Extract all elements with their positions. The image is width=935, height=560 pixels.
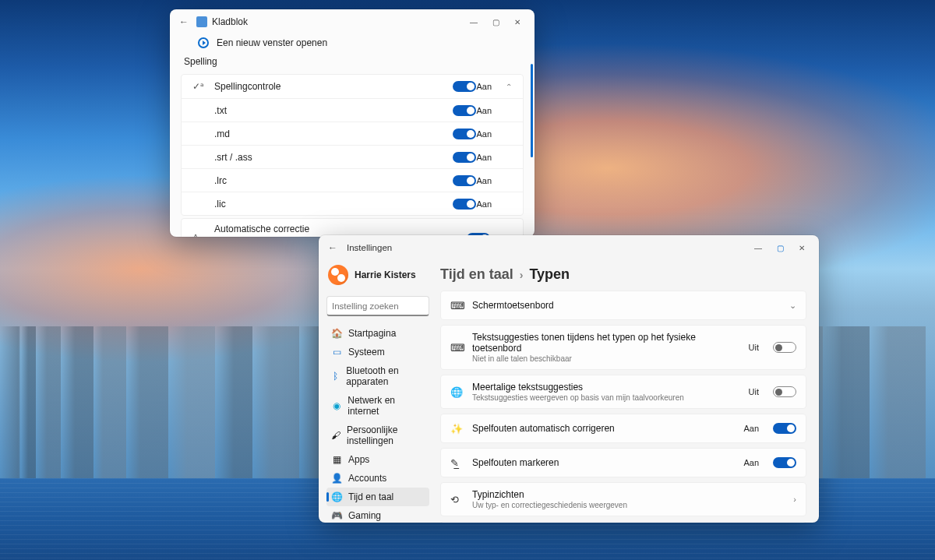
system-icon: ▭ [331, 347, 342, 357]
chevron-down-icon: ⌄ [789, 301, 796, 311]
notepad-app-icon [196, 16, 207, 27]
search-box[interactable]: 🔍 [326, 296, 429, 316]
spelling-section-label: Spelling [170, 51, 535, 72]
user-profile[interactable]: Harrie Kisters [326, 263, 429, 291]
advanced-row[interactable]: ⚙ Geavanceerde toetsenbordinstellingen › [440, 521, 806, 523]
nav-home[interactable]: 🏠Startpagina [326, 324, 429, 343]
txt-toggle[interactable] [453, 105, 476, 116]
lic-state: Aan [476, 199, 492, 209]
globe-small-icon: 🌐 [450, 386, 463, 398]
autocorrect-setting-state: Aan [743, 424, 759, 433]
insights-row[interactable]: ⟲ Typinzichten Uw typ- en correctiegesch… [440, 482, 806, 516]
md-row: .md Aan ⌄ [182, 122, 523, 145]
text-suggestions-toggle[interactable] [773, 342, 796, 353]
notepad-settings-window: ← Kladblok — ▢ ✕ Een nieuw venster opene… [170, 9, 535, 237]
autocorrect-label: Automatische correctie [214, 224, 467, 234]
txt-row: .txt Aan ⌄ [182, 98, 523, 122]
txt-state: Aan [476, 106, 492, 115]
nav-system[interactable]: ▭Systeem [326, 343, 429, 361]
highlight-title: Spelfouten markeren [472, 457, 734, 468]
open-new-window-label: Een nieuw venster openen [217, 37, 327, 48]
home-icon: 🏠 [331, 328, 342, 339]
breadcrumb: Tijd en taal › Typen [440, 266, 806, 283]
scrollbar-thumb[interactable] [531, 64, 533, 157]
touch-keyboard-label: Schermtoetsenbord [472, 300, 780, 311]
autocorrect-setting-toggle[interactable] [773, 423, 796, 434]
autocorrect-setting-row[interactable]: ✨ Spelfouten automatisch corrigeren Aan [440, 414, 806, 443]
keyboard-icon: ⌨ [450, 300, 463, 312]
spelling-card: ✓ᵃ Spellingcontrole Aan ⌃ .txt Aan ⌄ .md… [181, 74, 524, 216]
minimize-button[interactable]: — [463, 11, 485, 33]
settings-sidebar: Harrie Kisters 🔍 🏠Startpagina ▭Systeem ᛒ… [319, 260, 434, 523]
keyboard-small-icon: ⌨ [450, 342, 463, 354]
highlight-toggle[interactable] [773, 457, 796, 468]
settings-titlebar: ← Instellingen — ▢ ✕ [319, 235, 819, 260]
close-button[interactable]: ✕ [506, 11, 528, 33]
text-suggestions-sub: Niet in alle talen beschikbaar [472, 354, 739, 363]
spellcheck-toggle[interactable] [453, 81, 476, 92]
insights-sub: Uw typ- en correctiegeschiedenis weergev… [472, 501, 784, 509]
nav-time-language[interactable]: 🌐Tijd en taal [326, 488, 429, 506]
multilingual-toggle[interactable] [773, 386, 796, 397]
lrc-label: .lrc [214, 175, 453, 186]
autocorrect-icon: Aᵢ [192, 233, 205, 237]
spellcheck-label: Spellingcontrole [214, 81, 453, 92]
notepad-titlebar: ← Kladblok — ▢ ✕ [170, 9, 535, 34]
notepad-title: Kladblok [212, 16, 463, 27]
text-suggestions-row[interactable]: ⌨ Tekstsuggesties tonen tijdens het type… [440, 325, 806, 370]
nav-bluetooth[interactable]: ᛒBluetooth en apparaten [326, 361, 429, 391]
settings-title: Instellingen [347, 243, 747, 252]
chevron-right-icon: › [520, 269, 524, 281]
text-suggestions-title: Tekstsuggesties tonen tijdens het typen … [472, 332, 739, 354]
nav-accounts[interactable]: 👤Accounts [326, 469, 429, 488]
play-circle-icon [198, 37, 209, 48]
lrc-toggle[interactable] [453, 175, 476, 186]
srt-toggle[interactable] [453, 152, 476, 163]
spellcheck-row[interactable]: ✓ᵃ Spellingcontrole Aan ⌃ [182, 75, 523, 98]
wand-icon: ✨ [450, 423, 463, 435]
text-suggestions-state: Uit [749, 343, 759, 352]
srt-label: .srt / .ass [214, 152, 453, 163]
nav-apps[interactable]: ▦Apps [326, 450, 429, 469]
breadcrumb-parent[interactable]: Tijd en taal [440, 266, 513, 283]
autocorrect-setting-title: Spelfouten automatisch corrigeren [472, 423, 734, 434]
chevron-up-icon[interactable]: ⌃ [506, 83, 512, 91]
spellcheck-state: Aan [476, 82, 492, 91]
open-new-window-row[interactable]: Een nieuw venster openen [170, 34, 535, 51]
settings-maximize-button[interactable]: ▢ [769, 237, 791, 259]
insights-title: Typinzichten [472, 489, 784, 500]
nav-network[interactable]: ◉Netwerk en internet [326, 391, 429, 421]
settings-minimize-button[interactable]: — [747, 237, 769, 259]
md-state: Aan [476, 129, 492, 139]
avatar [328, 265, 348, 285]
nav-personalization[interactable]: 🖌Persoonlijke instellingen [326, 421, 429, 450]
lrc-row: .lrc Aan ⌄ [182, 168, 523, 192]
autocorrect-card: Aᵢ Automatische correctie Typfouten word… [181, 218, 524, 237]
multilingual-title: Meertalige tekstsuggesties [472, 382, 739, 393]
search-input[interactable] [332, 301, 446, 311]
brush-icon: 🖌 [331, 430, 340, 441]
settings-back-button[interactable]: ← [325, 242, 340, 253]
apps-icon: ▦ [331, 454, 342, 465]
md-toggle[interactable] [453, 129, 476, 139]
multilingual-row[interactable]: 🌐 Meertalige tekstsuggesties Tekstsugges… [440, 375, 806, 409]
back-button[interactable]: ← [176, 16, 192, 27]
lic-toggle[interactable] [453, 199, 476, 210]
lic-row: .lic Aan ⌄ [182, 192, 523, 215]
nav-gaming[interactable]: 🎮Gaming [326, 506, 429, 523]
touch-keyboard-row[interactable]: ⌨ Schermtoetsenbord ⌄ [440, 291, 806, 320]
settings-main: Tijd en taal › Typen ⌨ Schermtoetsenbord… [434, 260, 819, 523]
wifi-icon: ◉ [331, 400, 341, 411]
multilingual-sub: Tekstsuggesties weergeven op basis van m… [472, 393, 739, 402]
maximize-button[interactable]: ▢ [485, 11, 506, 33]
autocorrect-row[interactable]: Aᵢ Automatische correctie Typfouten word… [182, 219, 523, 237]
gamepad-icon: 🎮 [331, 510, 342, 521]
lrc-state: Aan [476, 176, 492, 185]
chevron-right-icon-2: › [793, 495, 796, 504]
history-icon: ⟲ [450, 494, 463, 505]
highlight-icon: ✎̲ [450, 457, 463, 469]
spellcheck-icon: ✓ᵃ [192, 81, 205, 92]
settings-close-button[interactable]: ✕ [791, 237, 813, 259]
highlight-row[interactable]: ✎̲ Spelfouten markeren Aan [440, 448, 806, 477]
person-icon: 👤 [331, 473, 342, 484]
